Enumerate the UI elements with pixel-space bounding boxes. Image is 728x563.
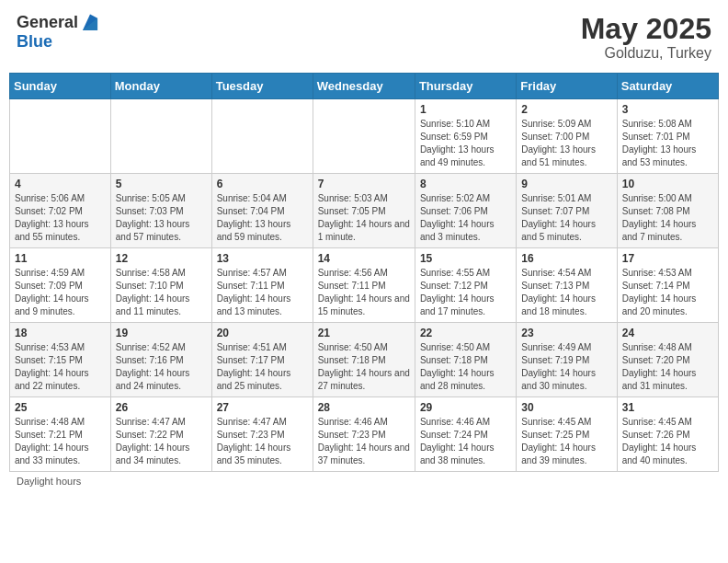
calendar-cell: 20Sunrise: 4:51 AM Sunset: 7:17 PM Dayli…: [211, 323, 313, 397]
logo: General Blue: [17, 13, 100, 52]
day-number: 30: [521, 401, 611, 414]
calendar-cell: 10Sunrise: 5:00 AM Sunset: 7:08 PM Dayli…: [617, 174, 718, 248]
col-header-wednesday: Wednesday: [313, 74, 415, 99]
cell-info: Sunrise: 4:46 AM Sunset: 7:24 PM Dayligh…: [420, 416, 511, 467]
calendar-cell: 9Sunrise: 5:01 AM Sunset: 7:07 PM Daylig…: [517, 174, 617, 248]
cell-info: Sunrise: 5:10 AM Sunset: 6:59 PM Dayligh…: [420, 118, 511, 169]
calendar-cell: 15Sunrise: 4:55 AM Sunset: 7:12 PM Dayli…: [415, 248, 516, 323]
cell-info: Sunrise: 4:45 AM Sunset: 7:26 PM Dayligh…: [622, 416, 713, 467]
day-number: 14: [318, 252, 410, 265]
cell-info: Sunrise: 4:53 AM Sunset: 7:15 PM Dayligh…: [15, 341, 106, 393]
calendar-cell: 6Sunrise: 5:04 AM Sunset: 7:04 PM Daylig…: [211, 174, 313, 248]
day-number: 1: [420, 103, 511, 116]
calendar-cell: [313, 99, 415, 174]
day-number: 5: [116, 178, 207, 190]
day-number: 13: [217, 252, 308, 265]
day-number: 8: [420, 178, 511, 190]
calendar-cell: 26Sunrise: 4:47 AM Sunset: 7:22 PM Dayli…: [110, 397, 211, 472]
calendar-cell: 14Sunrise: 4:56 AM Sunset: 7:11 PM Dayli…: [313, 248, 415, 323]
cell-info: Sunrise: 4:56 AM Sunset: 7:11 PM Dayligh…: [318, 267, 410, 318]
day-number: 25: [15, 401, 106, 414]
cell-info: Sunrise: 4:58 AM Sunset: 7:10 PM Dayligh…: [116, 267, 207, 318]
cell-info: Sunrise: 5:02 AM Sunset: 7:06 PM Dayligh…: [420, 192, 511, 244]
day-number: 26: [116, 401, 207, 414]
cell-info: Sunrise: 4:48 AM Sunset: 7:20 PM Dayligh…: [622, 341, 713, 393]
week-row-3: 11Sunrise: 4:59 AM Sunset: 7:09 PM Dayli…: [10, 248, 719, 323]
calendar-cell: 2Sunrise: 5:09 AM Sunset: 7:00 PM Daylig…: [517, 99, 617, 174]
week-row-1: 1Sunrise: 5:10 AM Sunset: 6:59 PM Daylig…: [10, 99, 719, 174]
cell-info: Sunrise: 4:55 AM Sunset: 7:12 PM Dayligh…: [420, 267, 511, 318]
day-number: 15: [420, 252, 511, 265]
day-number: 20: [217, 327, 308, 339]
cell-info: Sunrise: 4:45 AM Sunset: 7:25 PM Dayligh…: [521, 416, 611, 467]
day-number: 18: [15, 327, 106, 339]
calendar-cell: 30Sunrise: 4:45 AM Sunset: 7:25 PM Dayli…: [517, 397, 617, 472]
col-header-sunday: Sunday: [10, 74, 111, 99]
cell-info: Sunrise: 5:05 AM Sunset: 7:03 PM Dayligh…: [116, 192, 207, 244]
col-header-thursday: Thursday: [415, 74, 516, 99]
col-header-saturday: Saturday: [617, 74, 718, 99]
calendar-cell: 4Sunrise: 5:06 AM Sunset: 7:02 PM Daylig…: [10, 174, 111, 248]
calendar-cell: 24Sunrise: 4:48 AM Sunset: 7:20 PM Dayli…: [617, 323, 718, 397]
title-area: May 2025 Golduzu, Turkey: [581, 13, 711, 62]
cell-info: Sunrise: 4:51 AM Sunset: 7:17 PM Dayligh…: [217, 341, 308, 393]
day-number: 31: [622, 401, 713, 414]
calendar-cell: 12Sunrise: 4:58 AM Sunset: 7:10 PM Dayli…: [110, 248, 211, 323]
day-number: 10: [622, 178, 713, 190]
day-number: 27: [217, 401, 308, 414]
day-number: 19: [116, 327, 207, 339]
logo-text-blue: Blue: [17, 32, 52, 51]
day-number: 24: [622, 327, 713, 339]
cell-info: Sunrise: 4:52 AM Sunset: 7:16 PM Dayligh…: [116, 341, 207, 393]
col-header-friday: Friday: [517, 74, 617, 99]
header: General Blue May 2025 Golduzu, Turkey: [9, 9, 719, 65]
calendar-cell: [10, 99, 111, 174]
cell-info: Sunrise: 5:08 AM Sunset: 7:01 PM Dayligh…: [622, 118, 713, 169]
calendar-table: SundayMondayTuesdayWednesdayThursdayFrid…: [9, 73, 719, 472]
calendar-cell: 8Sunrise: 5:02 AM Sunset: 7:06 PM Daylig…: [415, 174, 516, 248]
cell-info: Sunrise: 4:54 AM Sunset: 7:13 PM Dayligh…: [521, 267, 611, 318]
day-number: 12: [116, 252, 207, 265]
week-row-4: 18Sunrise: 4:53 AM Sunset: 7:15 PM Dayli…: [10, 323, 719, 397]
day-number: 21: [318, 327, 410, 339]
calendar-cell: [211, 99, 313, 174]
daylight-hours-label: Daylight hours: [17, 476, 81, 487]
calendar-cell: 22Sunrise: 4:50 AM Sunset: 7:18 PM Dayli…: [415, 323, 516, 397]
cell-info: Sunrise: 4:49 AM Sunset: 7:19 PM Dayligh…: [521, 341, 611, 393]
cell-info: Sunrise: 5:01 AM Sunset: 7:07 PM Dayligh…: [521, 192, 611, 244]
day-number: 28: [318, 401, 410, 414]
footer-note: Daylight hours: [9, 472, 719, 490]
cell-info: Sunrise: 5:06 AM Sunset: 7:02 PM Dayligh…: [15, 192, 106, 244]
day-number: 2: [521, 103, 611, 116]
calendar-cell: 18Sunrise: 4:53 AM Sunset: 7:15 PM Dayli…: [10, 323, 111, 397]
cell-info: Sunrise: 5:00 AM Sunset: 7:08 PM Dayligh…: [622, 192, 713, 244]
calendar-cell: 31Sunrise: 4:45 AM Sunset: 7:26 PM Dayli…: [617, 397, 718, 472]
calendar-cell: 25Sunrise: 4:48 AM Sunset: 7:21 PM Dayli…: [10, 397, 111, 472]
day-number: 22: [420, 327, 511, 339]
day-number: 3: [622, 103, 713, 116]
day-number: 29: [420, 401, 511, 414]
cell-info: Sunrise: 5:09 AM Sunset: 7:00 PM Dayligh…: [521, 118, 611, 169]
header-row: SundayMondayTuesdayWednesdayThursdayFrid…: [10, 74, 719, 99]
calendar-cell: 27Sunrise: 4:47 AM Sunset: 7:23 PM Dayli…: [211, 397, 313, 472]
calendar-cell: 7Sunrise: 5:03 AM Sunset: 7:05 PM Daylig…: [313, 174, 415, 248]
calendar-cell: 29Sunrise: 4:46 AM Sunset: 7:24 PM Dayli…: [415, 397, 516, 472]
cell-info: Sunrise: 4:59 AM Sunset: 7:09 PM Dayligh…: [15, 267, 106, 318]
calendar-cell: 11Sunrise: 4:59 AM Sunset: 7:09 PM Dayli…: [10, 248, 111, 323]
day-number: 23: [521, 327, 611, 339]
cell-info: Sunrise: 4:46 AM Sunset: 7:23 PM Dayligh…: [318, 416, 410, 467]
calendar-cell: 28Sunrise: 4:46 AM Sunset: 7:23 PM Dayli…: [313, 397, 415, 472]
calendar-cell: 3Sunrise: 5:08 AM Sunset: 7:01 PM Daylig…: [617, 99, 718, 174]
calendar-cell: 5Sunrise: 5:05 AM Sunset: 7:03 PM Daylig…: [110, 174, 211, 248]
day-number: 6: [217, 178, 308, 190]
day-number: 16: [521, 252, 611, 265]
day-number: 7: [318, 178, 410, 190]
day-number: 17: [622, 252, 713, 265]
week-row-5: 25Sunrise: 4:48 AM Sunset: 7:21 PM Dayli…: [10, 397, 719, 472]
cell-info: Sunrise: 4:48 AM Sunset: 7:21 PM Dayligh…: [15, 416, 106, 467]
location: Golduzu, Turkey: [581, 45, 711, 62]
calendar-cell: 23Sunrise: 4:49 AM Sunset: 7:19 PM Dayli…: [517, 323, 617, 397]
day-number: 4: [15, 178, 106, 190]
cell-info: Sunrise: 5:04 AM Sunset: 7:04 PM Dayligh…: [217, 192, 308, 244]
week-row-2: 4Sunrise: 5:06 AM Sunset: 7:02 PM Daylig…: [10, 174, 719, 248]
